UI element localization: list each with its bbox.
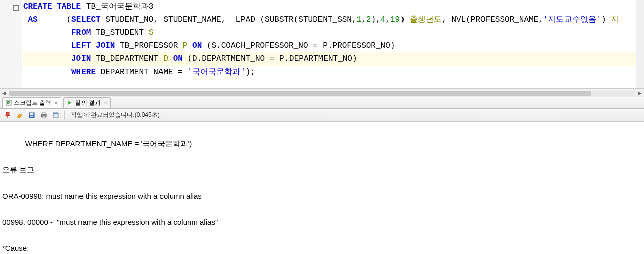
svg-rect-3 xyxy=(7,103,9,104)
tab-script-output[interactable]: 스크립트 출력 × xyxy=(2,97,61,108)
status-text: 작업이 완료되었습니다.(0.045초) xyxy=(71,111,160,119)
query-result-icon xyxy=(67,100,73,106)
output-line: 00998. 00000 - "must name this expressio… xyxy=(2,216,640,229)
tab-label: 질의 결과 xyxy=(75,99,101,107)
code-content[interactable]: CREATE TABLE TB_국어국문학과3 AS (SELECT STUDE… xyxy=(22,0,636,88)
svg-rect-1 xyxy=(7,101,10,102)
editor-horizontal-scrollbar[interactable]: ◀ ▶ xyxy=(0,89,644,97)
editor-gutter: − xyxy=(0,0,22,88)
scroll-thumb[interactable] xyxy=(9,91,591,96)
scroll-right-icon[interactable]: ▶ xyxy=(636,89,644,97)
sql-editor[interactable]: − CREATE TABLE TB_국어국문학과3 AS (SELECT STU… xyxy=(0,0,644,89)
output-toolbar: 작업이 완료되었습니다.(0.045초) xyxy=(0,109,644,122)
save-icon[interactable] xyxy=(27,111,36,120)
tab-label: 스크립트 출력 xyxy=(14,99,51,107)
svg-rect-9 xyxy=(42,113,45,114)
output-line: *Cause: xyxy=(2,242,640,254)
output-line: WHERE DEPARTMENT_NAME = '국어국문학과') xyxy=(2,137,640,150)
output-line: ORA-00998: must name this expression wit… xyxy=(2,189,640,203)
pin-icon[interactable] xyxy=(3,111,12,120)
tab-query-result[interactable]: 질의 결과 × xyxy=(63,97,111,108)
scroll-left-icon[interactable]: ◀ xyxy=(0,89,8,97)
svg-rect-12 xyxy=(53,113,58,114)
close-icon[interactable]: × xyxy=(54,100,57,106)
svg-rect-6 xyxy=(30,113,33,115)
svg-rect-7 xyxy=(30,116,33,117)
script-output-content[interactable]: WHERE DEPARTMENT_NAME = '국어국문학과') 오류 보고 … xyxy=(0,122,644,254)
editor-vertical-scrollbar[interactable] xyxy=(636,0,644,88)
svg-rect-2 xyxy=(7,102,10,103)
eraser-icon[interactable] xyxy=(15,111,24,120)
results-tabs: 스크립트 출력 × 질의 결과 × xyxy=(0,97,644,109)
svg-rect-10 xyxy=(42,116,45,118)
close-icon[interactable]: × xyxy=(104,100,107,106)
fold-collapse-icon[interactable]: − xyxy=(13,5,19,11)
script-output-icon xyxy=(6,100,12,106)
sql-icon[interactable] xyxy=(51,111,60,120)
output-line: 오류 보고 - xyxy=(2,163,640,176)
print-icon[interactable] xyxy=(39,111,48,120)
svg-marker-4 xyxy=(68,101,72,105)
